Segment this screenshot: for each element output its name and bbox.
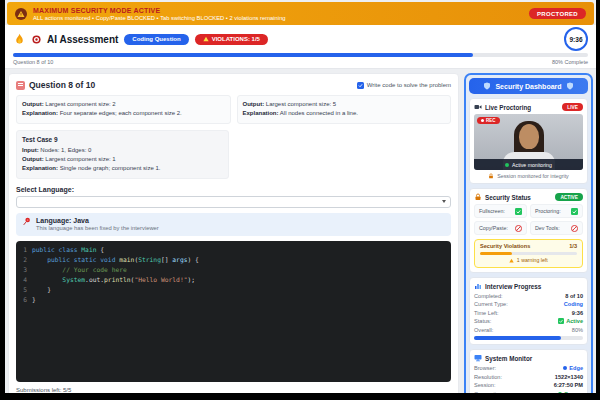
violations-progress-track xyxy=(480,252,577,255)
code-line: 4 System.out.println("Hello World!"); xyxy=(16,275,451,285)
example-output: Largest component size: 2 xyxy=(45,101,115,107)
example-output: Largest component size: 5 xyxy=(266,101,336,107)
security-dashboard: Security Dashboard Live Proctoring LIVE … xyxy=(464,73,593,393)
progress-row-status: Status: Active xyxy=(474,318,583,324)
check-icon xyxy=(515,208,522,215)
progress-row-type: Current Type: Coding xyxy=(474,301,583,307)
test-case-title: Test Case 9 xyxy=(22,135,223,145)
code-line: 3 // Your code here xyxy=(16,265,451,275)
progress-row-overall: Overall: 80% xyxy=(474,327,583,333)
check-fullscreen: Fullscreen: xyxy=(474,204,527,218)
question-panel: Question 8 of 10 Write code to solve the… xyxy=(8,73,459,393)
violations-progress-fill xyxy=(480,252,512,255)
globe-icon xyxy=(563,366,567,370)
lock-icon xyxy=(488,173,494,179)
code-line: 1public class Main { xyxy=(16,245,451,255)
banner-title: MAXIMUM SECURITY MODE ACTIVE xyxy=(33,7,286,14)
blocked-icon xyxy=(515,225,522,232)
live-proctoring-title: Live Proctoring xyxy=(485,104,531,111)
live-badge: LIVE xyxy=(562,103,583,111)
app-page: MAXIMUM SECURITY MODE ACTIVE ALL actions… xyxy=(5,0,596,393)
question-type-badge: Coding Question xyxy=(124,34,188,45)
session-note: Session monitored for integrity xyxy=(474,173,583,179)
language-subtitle: This language has been fixed by the inte… xyxy=(36,225,159,231)
security-banner: MAXIMUM SECURITY MODE ACTIVE ALL actions… xyxy=(7,2,594,25)
question-title: Question 8 of 10 xyxy=(29,80,95,90)
check-proctoring: Proctoring: xyxy=(530,204,583,218)
active-monitoring-bar: Active monitoring xyxy=(474,159,583,170)
interview-progress-track xyxy=(474,336,583,340)
chevron-down-icon xyxy=(442,200,446,203)
monitor-row-session: Session: 6:27:50 PM xyxy=(474,382,583,388)
camera-icon xyxy=(474,103,482,111)
app-title: AI Assessment xyxy=(47,34,118,45)
example-block: Output: Largest component size: 2 Explan… xyxy=(16,95,231,124)
language-select[interactable] xyxy=(16,196,451,208)
check-dev-tools: Dev Tools: xyxy=(530,221,583,235)
blocked-icon xyxy=(571,225,578,232)
monitor-row-connection: Connection: Secure xyxy=(474,391,583,393)
select-language-label: Select Language: xyxy=(16,186,451,193)
example-block: Output: Largest component size: 5 Explan… xyxy=(237,95,452,124)
lock-icon xyxy=(474,193,482,201)
code-editor[interactable]: 1public class Main {2 public static void… xyxy=(16,241,451,382)
warning-icon xyxy=(15,8,27,20)
security-dashboard-header: Security Dashboard xyxy=(469,78,588,94)
progress-label-left: Question 8 of 10 xyxy=(13,59,53,65)
interview-progress-title: Interview Progress xyxy=(485,283,541,290)
banner-subtitle: ALL actions monitored • Copy/Paste BLOCK… xyxy=(33,15,286,21)
interview-progress-fill xyxy=(474,336,561,340)
code-line: 5 } xyxy=(16,285,451,295)
warning-icon xyxy=(509,258,514,263)
progress-label-right: 80% Complete xyxy=(552,59,588,65)
webcam-feed: REC Active monitoring xyxy=(474,114,583,170)
progress-row-time: Time Left: 9:36 xyxy=(474,310,583,316)
submissions-left: Submissions left: 5/5 xyxy=(16,387,451,393)
pin-icon xyxy=(22,217,31,231)
security-status-title: Security Status xyxy=(485,194,531,201)
check-icon xyxy=(558,318,564,324)
interview-progress-card: Interview Progress Completed: 8 of 10 Cu… xyxy=(469,277,588,345)
green-dot-icon xyxy=(558,392,562,393)
person-face xyxy=(519,124,539,149)
live-proctoring-card: Live Proctoring LIVE REC Active monitori… xyxy=(469,98,588,184)
example-explanation: Four separate edges; each component size… xyxy=(60,110,182,116)
warning-icon xyxy=(203,36,209,42)
monitor-row-browser: Browser: Edge xyxy=(474,365,583,371)
security-violations-box: Security Violations 1/3 1 warning left xyxy=(474,239,583,268)
proctored-badge: PROCTORED xyxy=(529,8,586,19)
code-line: 6} xyxy=(16,295,451,305)
monitor-icon xyxy=(474,354,482,362)
shield-icon xyxy=(483,82,491,90)
security-status-card: Security Status ACTIVE Fullscreen: Proct… xyxy=(469,188,588,273)
language-title: Language: Java xyxy=(36,217,159,224)
example-explanation: All nodes connected in a line. xyxy=(280,110,358,116)
violations-badge: VIOLATIONS: 1/5 xyxy=(195,34,268,45)
active-badge: ACTIVE xyxy=(555,193,583,201)
question-instruction: Write code to solve the problem xyxy=(367,82,451,88)
language-info-box: Language: Java This language has been fi… xyxy=(16,213,451,236)
system-monitor-title: System Monitor xyxy=(485,355,532,362)
write-code-checkbox[interactable] xyxy=(357,82,364,89)
progress-row-completed: Completed: 8 of 10 xyxy=(474,293,583,299)
code-lines: 1public class Main {2 public static void… xyxy=(16,245,451,305)
banner-text: MAXIMUM SECURITY MODE ACTIVE ALL actions… xyxy=(33,7,286,21)
app-header: AI Assessment Coding Question VIOLATIONS… xyxy=(5,25,596,69)
rec-badge: REC xyxy=(477,117,500,124)
test-case-block: Test Case 9 Input: Nodes: 1, Edges: 0 Ou… xyxy=(16,130,229,179)
shield-icon xyxy=(566,82,574,90)
countdown-timer: 9:36 xyxy=(564,27,588,51)
target-icon xyxy=(32,35,41,44)
code-line: 2 public static void main(String[] args)… xyxy=(16,255,451,265)
warning-left-text: 1 warning left xyxy=(517,257,548,263)
question-icon xyxy=(16,81,25,90)
violations-count: 1/3 xyxy=(569,243,577,249)
chart-icon xyxy=(474,282,482,290)
green-dot-icon xyxy=(505,163,509,167)
check-icon xyxy=(571,208,578,215)
flame-logo-icon xyxy=(13,33,26,46)
system-monitor-card: System Monitor Browser: Edge Resolution:… xyxy=(469,349,588,393)
violations-title: Security Violations xyxy=(480,243,530,249)
test-case-output: Largest component size: 1 xyxy=(45,156,115,162)
test-case-explanation: Single node graph; component size 1. xyxy=(60,165,161,171)
